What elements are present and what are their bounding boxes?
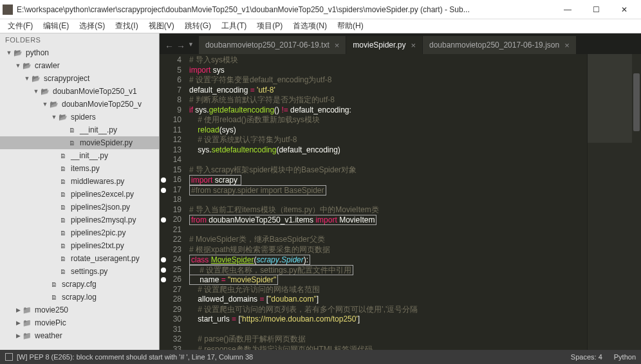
tree-label: items.py [71, 164, 100, 173]
code-line[interactable]: #from scrapy.spider import BaseSpider [189, 185, 587, 196]
twisty-icon[interactable]: ▼ [5, 50, 13, 56]
tab-close-icon[interactable]: × [335, 41, 340, 50]
file-item[interactable]: __init__.py [0, 123, 159, 136]
code-line[interactable]: # 根据xpath规则检索需要采集的网页数据 [189, 245, 587, 255]
code-line[interactable] [189, 155, 587, 165]
twisty-icon[interactable]: ▶ [14, 332, 22, 339]
menu-item[interactable]: 首选项(N) [288, 19, 332, 33]
menu-item[interactable]: 跳转(G) [180, 19, 216, 33]
line-number: 23 [160, 245, 181, 255]
menu-item[interactable]: 工具(T) [216, 19, 252, 33]
file-item[interactable]: pipelines2mysql.py [0, 214, 159, 226]
editor-tab[interactable]: doubanmovietop250_2017-06-19.txt× [199, 36, 346, 54]
menu-item[interactable]: 文件(F) [3, 19, 38, 33]
folder-item[interactable]: ▼python [0, 46, 159, 59]
scrollbar[interactable] [632, 54, 641, 350]
code-line[interactable]: import scrapy [189, 175, 587, 185]
menu-item[interactable]: 视图(V) [144, 19, 180, 33]
twisty-icon[interactable]: ▼ [23, 75, 31, 82]
folder-item[interactable]: ▶weather [0, 329, 159, 342]
minimize-button[interactable]: — [553, 0, 582, 19]
file-icon [58, 215, 68, 224]
file-item[interactable]: scrapy.cfg [0, 278, 159, 291]
code-line[interactable]: # response参数为指定访问网页的HTML标签源代码 [189, 345, 587, 350]
code-line[interactable] [189, 225, 587, 235]
folder-item[interactable]: ▼doubanMovieTop250_v1 [0, 85, 159, 98]
twisty-icon[interactable]: ▼ [32, 88, 40, 95]
status-language[interactable]: Python [614, 353, 636, 361]
editor-tab[interactable]: movieSpider.py× [346, 36, 423, 54]
code-line[interactable]: if sys.getdefaultencoding() != default_e… [189, 105, 587, 116]
menu-item[interactable]: 查找(I) [110, 19, 143, 33]
code-line[interactable]: sys.setdefaultencoding(default_encoding) [189, 145, 587, 156]
code-line[interactable]: start_urls = ['https://movie.douban.com/… [189, 314, 587, 325]
file-item[interactable]: movieSpider.py [0, 136, 159, 149]
code-line[interactable]: import sys [189, 66, 587, 76]
twisty-icon[interactable]: ▶ [14, 307, 22, 313]
sidebar-header: FOLDERS [0, 33, 159, 46]
code-line[interactable]: # 导入sys模块 [189, 55, 587, 66]
code-line[interactable]: # parse()函数用于解析网页数据 [189, 334, 587, 345]
code-line[interactable] [189, 195, 587, 205]
file-icon [49, 280, 59, 289]
code-line[interactable]: default_encoding = 'utf-8' [189, 86, 587, 96]
code-line[interactable]: # 设置字符集变量default_encoding为utf-8 [189, 75, 587, 86]
close-button[interactable]: ✕ [610, 0, 638, 19]
file-item[interactable]: pipelines2pic.py [0, 226, 159, 239]
folder-item[interactable]: ▼scrapyproject [0, 72, 159, 85]
tabs: doubanmovietop250_2017-06-19.txt×movieSp… [199, 36, 641, 54]
tab-close-icon[interactable]: × [411, 41, 416, 50]
file-item[interactable]: __init__.py [0, 149, 159, 162]
file-item[interactable]: pipelines2json.py [0, 201, 159, 214]
folder-item[interactable]: ▼doubanMovieTop250_v [0, 98, 159, 111]
twisty-icon[interactable]: ▼ [14, 62, 22, 69]
code-line[interactable]: # 设置爬虫名称，settings.py配置文件中引用 [189, 265, 587, 275]
folder-item[interactable]: ▶movie250 [0, 304, 159, 316]
menu-item[interactable]: 编辑(E) [38, 19, 74, 33]
file-item[interactable]: rotate_useragent.py [0, 252, 159, 265]
code-line[interactable]: reload(sys) [189, 125, 587, 136]
nav-dropdown-icon[interactable]: ▼ [188, 41, 194, 51]
file-item[interactable]: settings.py [0, 265, 159, 278]
twisty-icon[interactable]: ▼ [50, 114, 58, 120]
code-line[interactable] [189, 325, 587, 335]
nav-forward-icon[interactable]: → [176, 41, 185, 51]
file-item[interactable]: scrapy.log [0, 291, 159, 304]
tree-label: __init__.py [71, 151, 108, 160]
code-line[interactable]: # 导入scrapy框架spider模块中的BaseSpider对象 [189, 165, 587, 176]
minimap[interactable] [587, 54, 632, 350]
code-line[interactable]: from doubanMovieTop250_v1.items import M… [189, 215, 587, 225]
folder-item[interactable]: ▼crawler [0, 59, 159, 72]
nav-back-icon[interactable]: ← [165, 41, 174, 51]
status-spaces[interactable]: Spaces: 4 [571, 353, 602, 361]
code-line[interactable]: class MovieSpider(scrapy.Spider): [189, 255, 587, 265]
folder-item[interactable]: ▶moviePic [0, 316, 159, 329]
maximize-button[interactable]: ☐ [582, 0, 610, 19]
menu-item[interactable]: 项目(P) [252, 19, 288, 33]
folder-tree[interactable]: ▼python▼crawler▼scrapyproject▼doubanMovi… [0, 46, 159, 350]
file-item[interactable]: middlewares.py [0, 175, 159, 188]
tab-close-icon[interactable]: × [564, 41, 570, 50]
twisty-icon[interactable]: ▶ [14, 320, 22, 326]
code-line[interactable]: # 设置爬虫允许访问的网络域名范围 [189, 285, 587, 295]
file-item[interactable]: pipelines2txt.py [0, 239, 159, 252]
code-line[interactable]: # 判断系统当前默认字符是否为指定的utf-8 [189, 95, 587, 105]
code-line[interactable]: # MovieSpider类，继承BaseSpider父类 [189, 235, 587, 245]
file-item[interactable]: items.py [0, 162, 159, 175]
code-line[interactable]: # 使用reload()函数重新加载sys模块 [189, 115, 587, 125]
menu-item[interactable]: 选择(S) [74, 19, 110, 33]
editor-tab[interactable]: doubanmovietop250_2017-06-19.json× [423, 36, 577, 54]
file-item[interactable]: pipelines2excel.py [0, 188, 159, 201]
code-editor[interactable]: # 导入sys模块import sys# 设置字符集变量default_enco… [187, 54, 587, 350]
tree-label: middlewares.py [71, 177, 124, 186]
code-line[interactable]: # 导入当前工程items模块（items.py）中的MovieItem类 [189, 205, 587, 215]
code-line[interactable]: # 设置爬虫可访问的网页列表，若有多个网页可以使用','逗号分隔 [189, 305, 587, 315]
scrollbar-thumb[interactable] [633, 73, 640, 131]
code-line[interactable]: allowed_domains = ["douban.com"] [189, 295, 587, 305]
app-icon [3, 5, 13, 15]
code-line[interactable]: name = "movieSpider" [189, 275, 587, 285]
code-line[interactable]: # 设置系统默认字符集为utf-8 [189, 135, 587, 145]
twisty-icon[interactable]: ▼ [41, 101, 49, 107]
folder-item[interactable]: ▼spiders [0, 111, 159, 123]
menu-item[interactable]: 帮助(H) [332, 19, 369, 33]
